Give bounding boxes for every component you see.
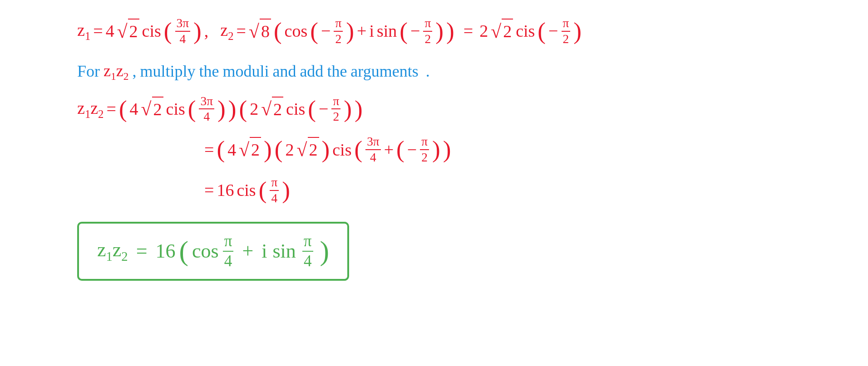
- close-final: ): [320, 239, 330, 264]
- sqrt-8: √8: [249, 18, 271, 45]
- open-paren2: (: [274, 20, 282, 42]
- close-big2: ): [355, 98, 363, 120]
- frac-pi-4: π 4: [270, 175, 279, 206]
- and-text: and: [272, 60, 296, 83]
- plus-final: +: [242, 239, 253, 263]
- open-big4: (: [275, 139, 283, 161]
- eq5: =: [204, 138, 214, 162]
- i-final: i: [261, 239, 267, 263]
- frac-pi-2d: π 2: [331, 94, 340, 125]
- i-text1: i: [369, 19, 374, 43]
- cis5: cis: [332, 138, 351, 162]
- four-text2: 4: [130, 97, 138, 121]
- cis4: cis: [286, 97, 305, 121]
- open-paren8: (: [396, 139, 404, 161]
- sqrt-2-2: √2: [491, 18, 513, 45]
- eq3: =: [464, 19, 473, 43]
- open-big1: (: [119, 98, 127, 120]
- comma2: ,: [132, 60, 136, 83]
- close-big6: ): [282, 180, 290, 201]
- close-paren5: ): [573, 20, 582, 42]
- close-paren8: ): [432, 139, 440, 161]
- sin-text1: sin: [377, 19, 397, 43]
- for-text: For: [77, 60, 100, 83]
- frac-pi-4-final2: π 4: [302, 232, 313, 271]
- open-paren1: (: [164, 20, 172, 42]
- open-big5: (: [354, 139, 362, 161]
- close-big5: ): [443, 139, 451, 161]
- open-paren7: (: [308, 98, 316, 120]
- close-paren4: ): [435, 20, 444, 42]
- open-paren5: (: [538, 20, 546, 42]
- close-paren1: ): [193, 20, 202, 42]
- equation-line1: z1 = 4 √2 cis ( 3π 4 ) , z2 = √8 ( cos (…: [77, 16, 804, 47]
- moduli-text: moduli: [222, 60, 269, 83]
- sqrt-2-5: √2: [239, 137, 261, 163]
- equation-line4: = ( 4 √2 ) ( 2 √2 ) cis ( 3π 4 + ( − π 2…: [204, 134, 804, 165]
- cis2: cis: [516, 19, 535, 43]
- z1-label: z1: [77, 18, 90, 44]
- two-text3: 2: [286, 138, 294, 162]
- neg-pi-2b: −: [410, 19, 420, 43]
- cis3: cis: [166, 97, 185, 121]
- four-text3: 4: [227, 138, 236, 162]
- cis6: cis: [237, 178, 256, 202]
- plus2: +: [384, 138, 394, 162]
- close-paren6: ): [217, 98, 226, 120]
- sixteen-final: 16: [155, 239, 175, 263]
- arguments-text: arguments: [350, 60, 418, 83]
- close-big3: ): [264, 139, 272, 161]
- frac-pi-2c: π 2: [562, 16, 571, 47]
- eq6: =: [204, 178, 214, 202]
- frac-3pi-4c: 3π 4: [365, 134, 381, 165]
- frac-3pi-4: 3π 4: [175, 16, 191, 47]
- frac-pi-2b: π 2: [423, 16, 432, 47]
- equation-line3: z1z2 = ( 4 √2 cis ( 3π 4 ) ) ( 2 √2 cis …: [77, 94, 804, 125]
- close-paren7: ): [344, 98, 352, 120]
- eq1: =: [93, 19, 103, 43]
- period1: .: [426, 60, 430, 83]
- close-big1: ): [228, 98, 237, 120]
- open-final: (: [179, 239, 188, 264]
- equation-line5: = 16 cis ( π 4 ): [204, 175, 804, 206]
- eq2: =: [236, 19, 246, 43]
- sqrt-2-3: √2: [141, 96, 163, 122]
- boxed-answer: z1z2 = 16 ( cos π 4 + i sin π 4 ): [77, 222, 349, 281]
- open-big3: (: [217, 139, 225, 161]
- neg2: −: [319, 97, 328, 121]
- frac-pi-2a: π 2: [334, 16, 343, 47]
- frac-pi-2e: π 2: [420, 134, 429, 165]
- the-text1: the: [199, 60, 219, 83]
- cis1: cis: [142, 19, 161, 43]
- instruction-line: For z1z2 , multiply the moduli and add t…: [77, 59, 804, 84]
- neg-text: −: [548, 19, 558, 43]
- final-answer: z1z2 = 16 ( cos π 4 + i sin π 4 ): [97, 232, 329, 271]
- neg-pi-2a: −: [321, 19, 330, 43]
- sqrt-2-4: √2: [261, 96, 283, 122]
- sqrt-2-1: √2: [117, 18, 139, 45]
- z2-label: z2: [220, 18, 233, 44]
- z1z2-ref: z1z2: [104, 59, 128, 84]
- cos-text: cos: [285, 19, 308, 43]
- open-paren4: (: [399, 20, 408, 42]
- open-paren3: (: [310, 20, 318, 42]
- open-paren6: (: [188, 98, 196, 120]
- cos-final: cos: [192, 239, 219, 263]
- the-text2: the: [327, 60, 347, 83]
- frac-pi-4-final: π 4: [223, 232, 234, 271]
- eq4: =: [106, 97, 116, 121]
- z1-value: 4: [106, 19, 114, 43]
- z1z2-label: z1z2: [77, 96, 104, 122]
- close-paren3: ): [346, 20, 354, 42]
- plus1: +: [357, 19, 366, 43]
- open-big6: (: [259, 180, 267, 201]
- sin-final: sin: [272, 239, 296, 263]
- two-text: 2: [479, 19, 488, 43]
- open-big2: (: [239, 98, 247, 120]
- sqrt-2-6: √2: [297, 137, 319, 163]
- close-paren2: ): [446, 20, 454, 42]
- eq-final: =: [136, 239, 148, 263]
- frac-3pi-4b: 3π 4: [199, 94, 214, 125]
- comma1: ,: [204, 19, 209, 43]
- close-big4: ): [322, 139, 330, 161]
